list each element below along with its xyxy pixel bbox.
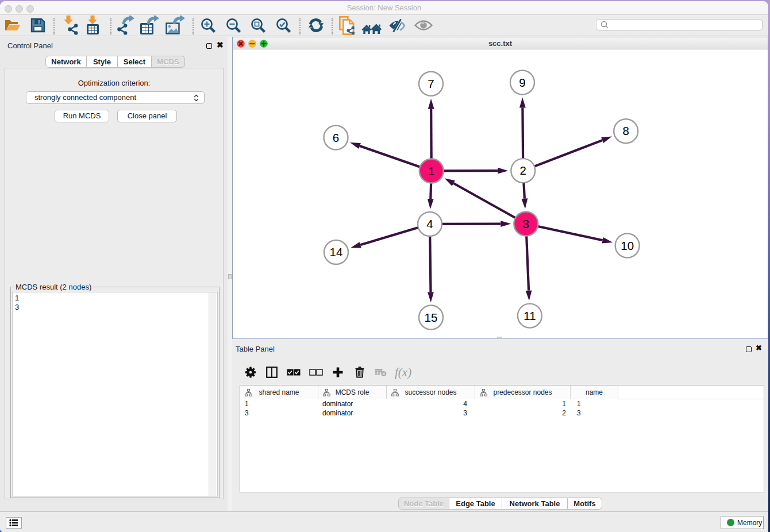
svg-text:14: 14 <box>330 245 343 259</box>
svg-text:4: 4 <box>426 217 433 230</box>
svg-text:6: 6 <box>333 131 339 144</box>
svg-text:7: 7 <box>428 77 434 90</box>
svg-text:10: 10 <box>621 239 634 252</box>
svg-text:3: 3 <box>523 217 529 230</box>
svg-text:9: 9 <box>519 76 525 89</box>
svg-text:8: 8 <box>622 124 629 137</box>
svg-text:2: 2 <box>520 164 526 177</box>
svg-text:1: 1 <box>428 164 434 178</box>
svg-text:11: 11 <box>523 309 536 322</box>
svg-text:15: 15 <box>425 311 438 324</box>
